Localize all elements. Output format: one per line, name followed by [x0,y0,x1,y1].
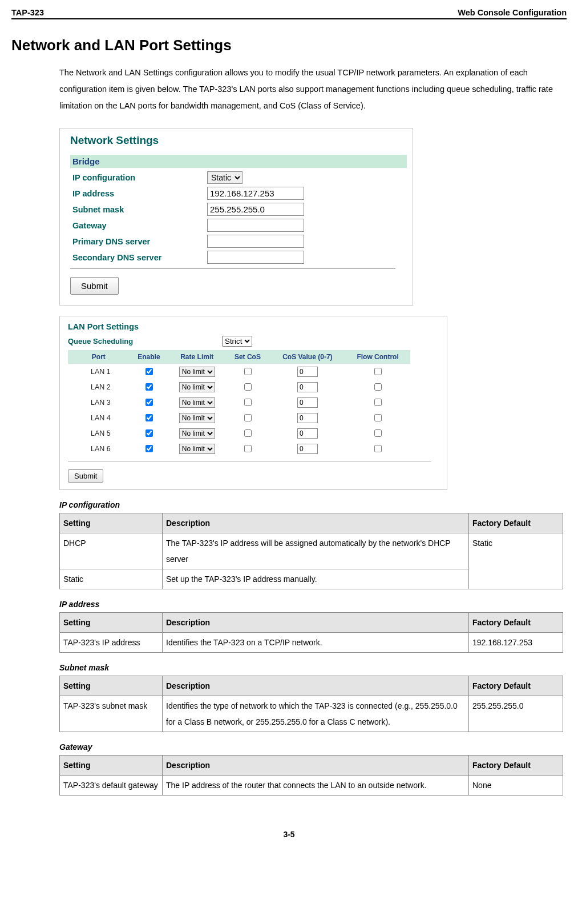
lan-col-header: Rate Limit [168,350,225,364]
desc-default: 255.255.255.0 [469,696,563,732]
lan-rate-limit-select[interactable]: No limit [179,428,215,439]
submit-button[interactable]: Submit [70,277,119,295]
lan-rate-limit-select[interactable]: No limit [179,382,215,392]
lan-port-settings-title: LAN Port Settings [68,322,439,331]
desc-table: SettingDescriptionFactory DefaultTAP-323… [59,676,563,732]
desc-row: TAP-323's IP addressIdentifies the TAP-3… [60,633,563,653]
section-heading: Network and LAN Port Settings [11,37,567,54]
desc-description: The TAP-323's IP address will be assigne… [163,533,469,569]
lan-rate-limit-select[interactable]: No limit [179,397,215,408]
lan-rate-limit-select[interactable]: No limit [179,444,215,454]
desc-setting: TAP-323's IP address [60,633,163,653]
desc-col-header: Description [163,756,469,776]
lan-enable-checkbox[interactable] [145,399,153,406]
primary-dns-label: Primary DNS server [70,237,207,246]
lan-enable-checkbox[interactable] [145,429,153,437]
lan-cos-value-input[interactable] [297,413,318,423]
ip-config-select[interactable]: Static [207,171,242,184]
desc-row: TAP-323's default gatewayThe IP address … [60,776,563,796]
lan-flow-checkbox[interactable] [374,399,382,406]
lan-port-name: LAN 3 [68,395,130,410]
lan-cos-value-input[interactable] [297,444,318,454]
lan-setcos-checkbox[interactable] [244,368,252,375]
desc-table-title: IP configuration [59,500,563,509]
desc-table: SettingDescriptionFactory DefaultDHCPThe… [59,513,563,589]
lan-cos-value-input[interactable] [297,367,318,377]
gateway-label: Gateway [70,221,207,230]
desc-row: DHCPThe TAP-323's IP address will be ass… [60,533,563,569]
lan-row: LAN 2No limit [68,379,410,395]
lan-setcos-checkbox[interactable] [244,414,252,421]
lan-port-name: LAN 4 [68,410,130,425]
lan-row: LAN 1No limit [68,364,410,379]
lan-row: LAN 5No limit [68,425,410,441]
desc-col-header: Factory Default [469,676,563,696]
desc-col-header: Description [163,613,469,633]
desc-col-header: Factory Default [469,613,563,633]
lan-setcos-checkbox[interactable] [244,383,252,391]
lan-enable-checkbox[interactable] [145,414,153,421]
desc-col-header: Setting [60,513,163,533]
intro-paragraph: The Network and LAN Settings configurati… [59,65,563,114]
secondary-dns-label: Secondary DNS server [70,253,207,262]
desc-table: SettingDescriptionFactory DefaultTAP-323… [59,755,563,796]
lan-enable-checkbox[interactable] [145,445,153,452]
ip-address-label: IP address [70,189,207,198]
desc-description: Identifies the type of network to which … [163,696,469,732]
lan-port-name: LAN 1 [68,364,130,379]
secondary-dns-input[interactable] [207,251,304,264]
desc-description: Identifies the TAP-323 on a TCP/IP netwo… [163,633,469,653]
desc-col-header: Setting [60,676,163,696]
lan-enable-checkbox[interactable] [145,383,153,391]
lan-col-header: Enable [130,350,169,364]
desc-table-title: IP address [59,600,563,609]
lan-port-name: LAN 6 [68,441,130,456]
lan-port-settings-panel: LAN Port Settings Queue Scheduling Stric… [59,316,447,490]
lan-row: LAN 3No limit [68,395,410,410]
lan-col-header: Port [68,350,130,364]
lan-port-name: LAN 2 [68,379,130,395]
desc-description: Set up the TAP-323's IP address manually… [163,569,469,589]
lan-setcos-checkbox[interactable] [244,399,252,406]
subnet-mask-label: Subnet mask [70,205,207,214]
lan-setcos-checkbox[interactable] [244,445,252,452]
lan-row: LAN 4No limit [68,410,410,425]
queue-scheduling-select[interactable]: Strict [222,336,252,347]
desc-col-header: Factory Default [469,513,563,533]
lan-cos-value-input[interactable] [297,397,318,408]
ip-address-input[interactable] [207,187,304,200]
lan-flow-checkbox[interactable] [374,414,382,421]
desc-col-header: Setting [60,613,163,633]
divider [68,461,431,461]
lan-flow-checkbox[interactable] [374,383,382,391]
desc-row: TAP-323's subnet maskIdentifies the type… [60,696,563,732]
lan-setcos-checkbox[interactable] [244,429,252,437]
lan-rate-limit-select[interactable]: No limit [179,413,215,423]
lan-enable-checkbox[interactable] [145,368,153,375]
lan-flow-checkbox[interactable] [374,429,382,437]
subnet-mask-input[interactable] [207,203,304,216]
desc-col-header: Description [163,513,469,533]
lan-rate-limit-select[interactable]: No limit [179,367,215,377]
lan-flow-checkbox[interactable] [374,368,382,375]
lan-col-header: Set CoS [225,350,269,364]
gateway-input[interactable] [207,219,304,232]
network-settings-title: Network Settings [70,134,402,147]
desc-col-header: Setting [60,756,163,776]
ip-config-label: IP configuration [70,173,207,182]
desc-default: 192.168.127.253 [469,633,563,653]
lan-port-name: LAN 5 [68,425,130,441]
desc-setting: TAP-323's default gateway [60,776,163,796]
lan-port-table: PortEnableRate LimitSet CoSCoS Value (0-… [68,350,410,456]
page-header: TAP-323 Web Console Configuration [11,8,567,19]
desc-setting: Static [60,569,163,589]
lan-cos-value-input[interactable] [297,428,318,439]
lan-cos-value-input[interactable] [297,382,318,392]
lan-submit-button[interactable]: Submit [68,469,103,483]
desc-table-title: Subnet mask [59,663,563,672]
desc-setting: DHCP [60,533,163,569]
desc-setting: TAP-323's subnet mask [60,696,163,732]
desc-table-title: Gateway [59,742,563,752]
primary-dns-input[interactable] [207,235,304,248]
lan-flow-checkbox[interactable] [374,445,382,452]
